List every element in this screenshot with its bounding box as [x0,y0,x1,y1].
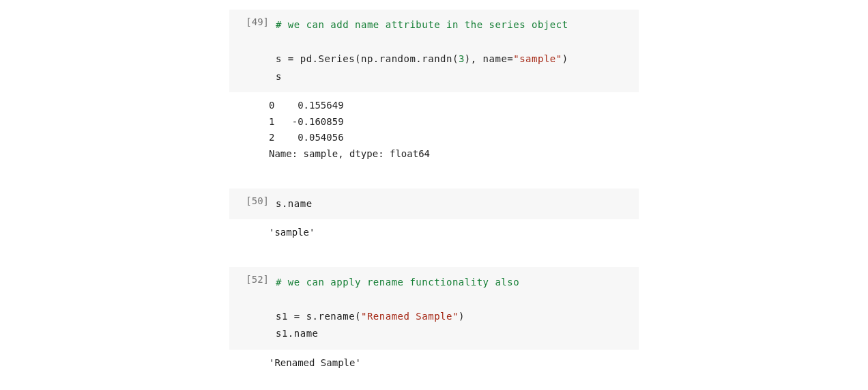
execution-count: [50] [235,195,276,212]
input-area[interactable]: [52] # we can apply rename functionality… [229,267,639,350]
code-text: ), name= [465,53,513,64]
output-gutter [235,225,269,241]
output-area: 'Renamed Sample' [229,350,639,377]
output-area: 'sample' [229,219,639,247]
code-text: s [276,71,282,82]
cell-output: 0 0.155649 1 -0.160859 2 0.054056 Name: … [269,98,633,163]
input-area[interactable]: [50] s.name [229,189,639,219]
code-cell: [49] # we can add name attribute in the … [229,10,639,168]
execution-count: [52] [235,274,276,343]
code-comment: # we can add name attribute in the serie… [276,19,568,30]
output-gutter [235,98,269,163]
execution-count: [49] [235,16,276,85]
code-text: s = pd.Series(np.random.randn( [276,53,459,64]
code-number: 3 [459,53,465,64]
code-editor[interactable]: s.name [276,195,633,212]
code-editor[interactable]: # we can apply rename functionality also… [276,274,633,343]
code-text: s1.name [276,328,319,339]
cell-output: 'Renamed Sample' [269,355,633,372]
code-text: ) [562,53,568,64]
output-gutter [235,355,269,372]
code-string: "Renamed Sample" [361,311,459,322]
notebook: [49] # we can add name attribute in the … [229,0,639,376]
input-area[interactable]: [49] # we can add name attribute in the … [229,10,639,92]
code-editor[interactable]: # we can add name attribute in the serie… [276,16,633,85]
code-string: "sample" [513,53,562,64]
code-text: s1 = s.rename( [276,311,361,322]
output-area: 0 0.155649 1 -0.160859 2 0.054056 Name: … [229,92,639,168]
code-text: s.name [276,198,313,209]
cell-output: 'sample' [269,225,633,241]
code-cell: [52] # we can apply rename functionality… [229,267,639,377]
code-cell: [50] s.name 'sample' [229,189,639,247]
code-comment: # we can apply rename functionality also [276,277,519,288]
code-text: ) [459,311,465,322]
